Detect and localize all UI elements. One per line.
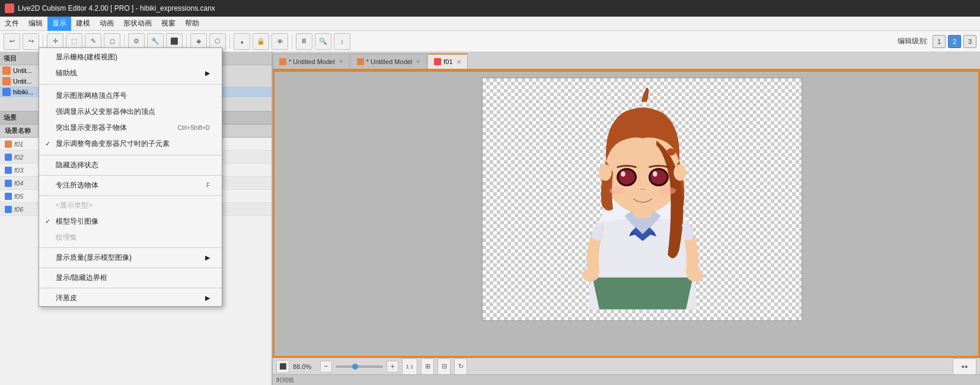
- edit-level-1[interactable]: 1: [933, 35, 946, 48]
- toolbar-divider-4: [229, 34, 230, 49]
- menu-guidelines[interactable]: 辅助线 ▶: [39, 65, 222, 81]
- menu-help[interactable]: 帮助: [180, 17, 204, 31]
- model-canvas: [482, 78, 802, 321]
- tab-icon-2: [357, 58, 364, 65]
- menu-display-quality[interactable]: 显示质量(显示模型图像) ▶: [39, 250, 222, 266]
- scene-row-name: f02: [14, 154, 23, 161]
- menu-show-parent-vertex[interactable]: 强调显示从父变形器伸出的顶点: [39, 104, 222, 120]
- svg-point-9: [618, 170, 635, 184]
- zoom-rotate-button[interactable]: ↻: [454, 358, 467, 375]
- zoom-value: 88.0%: [293, 363, 317, 370]
- timeline-label-bar: 时间线: [273, 374, 980, 385]
- menu-file[interactable]: 文件: [0, 17, 24, 31]
- menu-bar: 文件 编辑 显示 建模 动画 形状动画 视窗 帮助 显示栅格(建模视图) 辅助线…: [0, 17, 980, 31]
- tab-untitled-model-1[interactable]: * Untitled Model ✕: [273, 53, 350, 69]
- scene-row-name: f01: [14, 141, 23, 148]
- project-item-icon-orange: [2, 66, 11, 75]
- submenu-arrow-3-icon: ▶: [205, 294, 210, 302]
- project-item-icon-blue: [2, 88, 11, 96]
- tab-label-3: f01: [443, 58, 452, 65]
- menu-deform[interactable]: 形状动画: [119, 17, 157, 31]
- zoom-slider[interactable]: [336, 365, 383, 368]
- tab-close-1[interactable]: ✕: [339, 58, 343, 65]
- zoom-1to1-button[interactable]: 1:1: [402, 358, 417, 375]
- toolbar-btn-14[interactable]: 🔍: [315, 33, 331, 50]
- tab-icon-3: [434, 58, 441, 65]
- edit-level-label: 编辑级别:: [898, 36, 928, 46]
- tab-close-2[interactable]: ✕: [416, 58, 420, 65]
- svg-point-15: [666, 148, 675, 155]
- menu-view[interactable]: 显示: [47, 17, 71, 31]
- menu-animation[interactable]: 动画: [95, 17, 119, 31]
- scene-row-name: f05: [14, 193, 23, 200]
- menu-viewport[interactable]: 视窗: [157, 17, 180, 31]
- toolbar-btn-13[interactable]: Ⅲ: [296, 33, 312, 50]
- separator-1: [39, 84, 222, 85]
- scene-row-name: f04: [14, 180, 23, 187]
- menu-focus-selected[interactable]: 专注所选物体 F: [39, 177, 222, 193]
- scene-row-icon: [5, 206, 12, 213]
- scene-row-icon: [5, 180, 12, 187]
- tab-label-2: * Untitled Model: [366, 58, 413, 65]
- scene-row-icon: [5, 154, 12, 161]
- toolbar-divider-5: [292, 34, 292, 49]
- menu-show-vertex-num[interactable]: 显示图形网格顶点序号: [39, 88, 222, 104]
- project-item-label: Untit...: [13, 67, 32, 74]
- menu-show-grid[interactable]: 显示栅格(建模视图): [39, 49, 222, 65]
- zoom-slider-thumb: [352, 364, 358, 370]
- svg-point-13: [609, 187, 626, 194]
- svg-point-6: [673, 164, 687, 181]
- edit-level-3[interactable]: 3: [963, 35, 976, 48]
- project-item-label2: Untit...: [13, 78, 32, 85]
- scene-row-icon: [5, 167, 12, 174]
- svg-point-2: [687, 269, 704, 282]
- svg-point-12: [653, 171, 657, 177]
- menu-model[interactable]: 建模: [71, 17, 95, 31]
- toolbar-btn-12[interactable]: 👁: [272, 33, 288, 50]
- menu-show-warp-size[interactable]: 显示调整弯曲变形器尺寸时的子元素: [39, 136, 222, 152]
- menu-show-child-obj[interactable]: 突出显示变形器子物体 Ctrl+Shift+D: [39, 120, 222, 136]
- svg-point-10: [650, 170, 667, 184]
- svg-point-14: [659, 187, 676, 194]
- separator-5: [39, 247, 222, 248]
- scene-row-name: f06: [14, 206, 23, 213]
- menu-section-2: 显示图形网格顶点序号 强调显示从父变形器伸出的顶点 突出显示变形器子物体 Ctr…: [39, 87, 222, 153]
- separator-2: [39, 155, 222, 155]
- status-icon-1[interactable]: ⬛: [276, 360, 289, 373]
- zoom-fit2-button[interactable]: ⊟: [438, 358, 451, 375]
- toolbar-btn-15[interactable]: ↕: [334, 33, 350, 50]
- canvas-viewport[interactable]: [273, 70, 980, 358]
- zoom-in-button[interactable]: +: [387, 361, 398, 373]
- app-icon: [5, 4, 14, 13]
- tab-close-3[interactable]: ✕: [457, 59, 461, 65]
- title-bar: Live2D Cubism Editor 4.2.00 [ PRO ] - hi…: [0, 0, 980, 17]
- toolbar-divider-2: [124, 34, 125, 49]
- edit-level-2[interactable]: 2: [948, 35, 961, 48]
- menu-display-type: <显示类型>: [39, 198, 222, 214]
- view-mode-button[interactable]: ●●: [953, 358, 976, 375]
- svg-point-11: [621, 171, 625, 177]
- tab-f01[interactable]: f01 ✕: [427, 53, 467, 69]
- toolbar-divider-1: [43, 34, 43, 49]
- menu-edit[interactable]: 编辑: [24, 17, 47, 31]
- menu-model-guide-image[interactable]: 模型导引图像: [39, 214, 222, 230]
- toolbar-btn-1[interactable]: ↩: [4, 33, 20, 50]
- toolbar-btn-11[interactable]: 🔒: [253, 33, 269, 50]
- menu-onion-skin[interactable]: 洋葱皮 ▶: [39, 290, 222, 306]
- menu-show-hide-border[interactable]: 显示/隐藏边界框: [39, 270, 222, 286]
- canvas-checkerboard: [483, 78, 802, 320]
- tab-label-1: * Untitled Model: [289, 58, 335, 65]
- zoom-fit-button[interactable]: ⊞: [421, 358, 434, 375]
- zoom-out-button[interactable]: −: [320, 361, 332, 373]
- toolbar-btn-10[interactable]: ⬥: [234, 33, 250, 50]
- scene-row-icon: [5, 193, 12, 200]
- tab-icon-1: [279, 58, 286, 65]
- tabs-bar: * Untitled Model ✕ * Untitled Model ✕ f0…: [273, 52, 980, 70]
- menu-hide-selection[interactable]: 隐藏选择状态: [39, 157, 222, 173]
- scene-row-icon: [5, 141, 12, 148]
- separator-3: [39, 175, 222, 176]
- timeline-label: 时间线: [276, 376, 294, 384]
- tab-untitled-model-2[interactable]: * Untitled Model ✕: [350, 53, 427, 69]
- toolbar-btn-2[interactable]: ↪: [23, 33, 39, 50]
- separator-4: [39, 195, 222, 196]
